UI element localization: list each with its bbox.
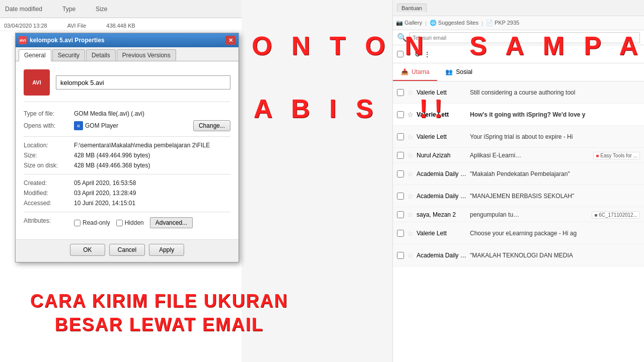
type-label: Type of file: [24, 110, 74, 117]
col-size[interactable]: Size [96, 6, 107, 13]
email-sender: Academia Daily Dige. [417, 170, 467, 177]
location-value: F:\sementara\Makalah\media pembelajaran … [74, 142, 230, 149]
table-row[interactable]: ☆ Academia Daily Dige. "MAKALAH TEKNOLOG… [393, 244, 644, 266]
star-icon[interactable]: ☆ [407, 133, 414, 141]
table-row[interactable]: ☆ Academia Daily Dige. "MANAJEMEN BERBAS… [393, 185, 644, 207]
email-checkbox[interactable] [397, 152, 404, 159]
email-badge: ■ 6C_171102012... [592, 211, 640, 219]
table-row[interactable]: ☆ saya, Mezan 2 pengumpulan tugas uas mu… [393, 207, 644, 222]
attributes-row: Attributes: Read-only Hidden Advanced... [24, 217, 230, 228]
email-checkbox[interactable] [397, 230, 404, 237]
opens-with-label: Opens with: [24, 122, 74, 129]
attributes-label: Attributes: [24, 217, 74, 228]
email-subject: pengumpulan tugas uas muammar yoga [470, 211, 521, 218]
attributes-controls: Read-only Hidden Advanced... [74, 217, 193, 228]
gom-icon: G [74, 121, 83, 130]
table-row[interactable]: ☆ Academia Daily Dige. "Makalah Pendekat… [393, 163, 644, 185]
properties-dialog: AVI kelompok 5.avi Properties ✕ General … [15, 33, 239, 262]
star-icon[interactable]: ☆ [407, 229, 414, 237]
file-name-input[interactable] [56, 75, 230, 89]
size-on-disk-label: Size on disk: [24, 162, 74, 169]
created-row: Created: 05 April 2020, 16:53:58 [24, 179, 230, 187]
email-badge: ■ Easy Tools for ... [593, 152, 640, 159]
email-sender: saya, Mezan 2 [417, 211, 467, 218]
email-sender: Academia Daily Dige. [417, 193, 467, 200]
cancel-button[interactable]: Cancel [109, 244, 145, 256]
type-row: Type of file: GOM Media file(.avi) (.avi… [24, 110, 230, 117]
size-on-disk-value: 428 MB (449.466.368 bytes) [74, 162, 230, 169]
change-button[interactable]: Change... [193, 120, 230, 131]
ok-button[interactable]: OK [70, 244, 105, 256]
separator-2 [24, 174, 230, 174]
apply-button[interactable]: Apply [149, 244, 184, 256]
email-sender: Valerie Lett [417, 133, 467, 140]
dialog-body: AVI Type of file: GOM Media file(.avi) (… [16, 61, 238, 239]
col-type[interactable]: Type [62, 6, 75, 13]
tab-general[interactable]: General [19, 49, 51, 61]
email-checkbox[interactable] [397, 211, 404, 218]
browser-toolbar: Bantuan [393, 0, 644, 16]
tab-security[interactable]: Security [52, 49, 85, 61]
table-row[interactable]: ☆ Valerie Lett Choose your eLearning pac… [393, 222, 644, 244]
size-on-disk-row: Size on disk: 428 MB (449.466.368 bytes) [24, 162, 230, 169]
email-checkbox[interactable] [397, 193, 404, 200]
hidden-checkbox[interactable] [116, 220, 123, 226]
location-label: Location: [24, 142, 74, 149]
email-subject: Choose your eLearning package - Hi ag [470, 230, 640, 237]
separator-3 [24, 212, 230, 212]
created-value: 05 April 2020, 16:53:58 [74, 179, 230, 187]
modified-value: 03 April 2020, 13:28:49 [74, 190, 230, 197]
advanced-button[interactable]: Advanced... [150, 217, 193, 228]
readonly-checkbox[interactable] [74, 220, 80, 226]
accessed-value: 10 Juni 2020, 14:15:01 [74, 200, 230, 207]
separator-1 [24, 136, 230, 137]
hidden-label[interactable]: Hidden [116, 219, 144, 226]
tab-previous-versions[interactable]: Previous Versions [117, 49, 176, 61]
star-icon[interactable]: ☆ [407, 251, 414, 259]
overlay-text-top: T O N T O N S A M P A I H A B I S !! [216, 30, 644, 124]
email-subject: Your iSpring trial is about to expire - … [470, 133, 640, 140]
file-icon: AVI [24, 69, 50, 96]
email-sender: Valerie Lett [417, 230, 467, 237]
email-checkbox[interactable] [397, 170, 404, 177]
browser-tab[interactable]: Bantuan [397, 4, 427, 12]
email-checkbox[interactable] [397, 133, 404, 140]
col-date-modified[interactable]: Date modified [5, 6, 42, 13]
email-subject: "MAKALAH TEKNOLOGI DAN MEDIA [470, 252, 640, 259]
created-label: Created: [24, 179, 74, 187]
opens-with-row: Opens with: G GOM Player Change... [24, 120, 230, 131]
file-explorer-header: Date modified Type Size [0, 0, 242, 18]
table-row[interactable]: ☆ Valerie Lett Your iSpring trial is abo… [393, 126, 644, 148]
accessed-label: Accessed: [24, 200, 74, 207]
dialog-title: kelompok 5.avi Properties [30, 37, 222, 44]
star-icon[interactable]: ☆ [407, 151, 414, 159]
star-icon[interactable]: ☆ [407, 192, 414, 200]
dialog-titlebar: AVI kelompok 5.avi Properties ✕ [16, 33, 238, 47]
bookmark-gallery[interactable]: 📷 Gallery [396, 20, 422, 26]
size-value: 428 MB (449.464.996 bytes) [74, 152, 230, 159]
table-row[interactable]: ☆ Nurul Azizah Aplikasi E-Learning iSpri… [393, 148, 644, 163]
email-subject: "MANAJEMEN BERBASIS SEKOLAH" [470, 193, 640, 200]
accessed-row: Accessed: 10 Juni 2020, 14:15:01 [24, 200, 230, 207]
dialog-title-icon: AVI [19, 36, 27, 44]
close-button[interactable]: ✕ [225, 36, 235, 45]
modified-row: Modified: 03 April 2020, 13:28:49 [24, 190, 230, 197]
dialog-footer: OK Cancel Apply [16, 239, 238, 262]
email-sender: Academia Daily Dige. [417, 252, 467, 259]
browser-bookmarks: 📷 Gallery | 🌐 Suggested Sites | 📄 PKP 29… [393, 16, 644, 30]
readonly-label[interactable]: Read-only [74, 219, 110, 226]
tab-details[interactable]: Details [86, 49, 116, 61]
location-row: Location: F:\sementara\Makalah\media pem… [24, 142, 230, 149]
email-checkbox[interactable] [397, 252, 404, 259]
opens-with-value: GOM Player [85, 122, 193, 129]
bookmark-pkp[interactable]: 📄 PKP 2935 [486, 20, 519, 26]
email-subject: "Makalah Pendekatan Pembelajaran" [470, 170, 640, 177]
modified-label: Modified: [24, 190, 74, 197]
email-sender: Nurul Azizah [417, 152, 467, 159]
star-icon[interactable]: ☆ [407, 211, 414, 219]
overlay-text-bottom: CARA KIRIM FILE UKURAN BESAR LEWAT EMAIL [30, 290, 288, 337]
bookmark-suggested[interactable]: 🌐 Suggested Sites [430, 20, 478, 26]
star-icon[interactable]: ☆ [407, 170, 414, 178]
size-label: Size: [24, 152, 74, 159]
type-value: GOM Media file(.avi) (.avi) [74, 110, 230, 117]
